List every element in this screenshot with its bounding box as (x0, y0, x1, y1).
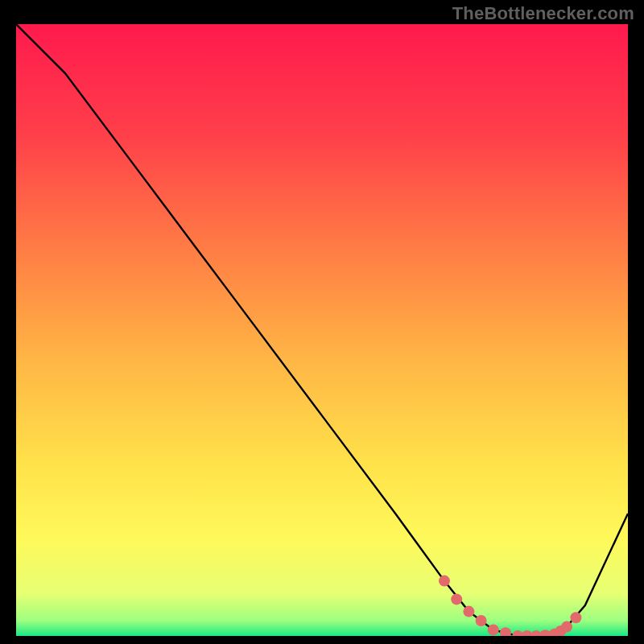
curve-marker (476, 615, 487, 626)
chart-background (16, 24, 628, 636)
curve-marker (439, 576, 450, 587)
chart-frame: TheBottlenecker.com (0, 0, 644, 644)
curve-marker (463, 606, 474, 617)
curve-marker (488, 624, 499, 635)
curve-marker (561, 621, 572, 633)
attribution-text: TheBottlenecker.com (452, 3, 634, 24)
chart-svg (16, 24, 628, 636)
curve-marker (570, 612, 581, 623)
plot-area (16, 24, 628, 636)
curve-marker (451, 593, 462, 605)
